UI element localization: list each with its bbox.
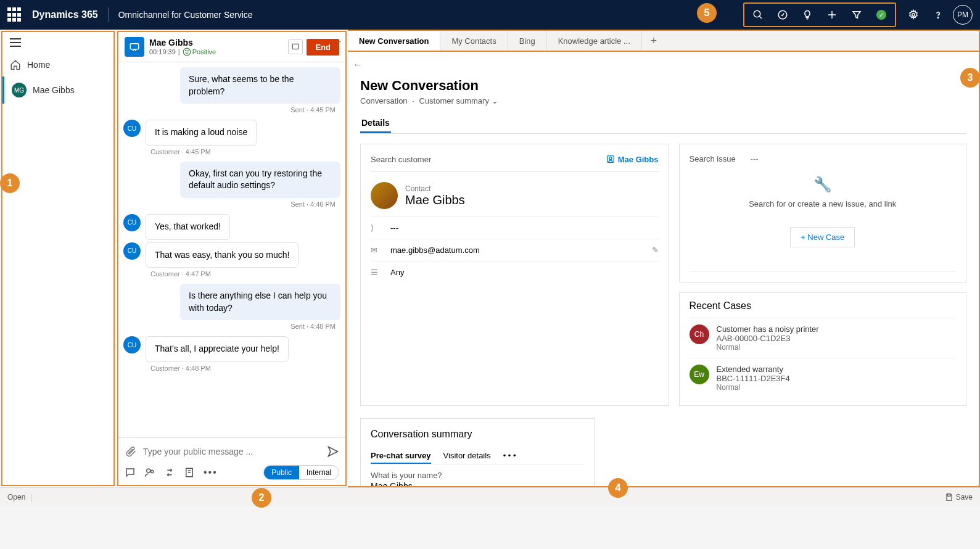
svg-rect-12 xyxy=(293,44,299,49)
notes-icon[interactable] xyxy=(184,467,195,478)
callout-3: 3 xyxy=(960,68,980,88)
case-badge: Ch xyxy=(690,324,709,344)
svg-point-5 xyxy=(912,14,915,17)
conversation-summary-title: Conversation summary xyxy=(371,429,584,440)
message-out: Okay, first can you try restoring the de… xyxy=(180,162,340,198)
email-icon: ✉ xyxy=(371,246,382,255)
contact-icon xyxy=(606,154,616,164)
new-case-button[interactable]: + New Case xyxy=(790,227,855,247)
callout-2: 2 xyxy=(252,488,271,508)
session-avatar: MG xyxy=(12,83,27,97)
session-name: Mae Gibbs xyxy=(33,85,75,95)
case-row[interactable]: Ew Extended warranty BBC-11111-D2E3F4 No… xyxy=(690,358,957,398)
task-icon[interactable] xyxy=(773,5,793,25)
email-value: mae.gibbs@adatum.com xyxy=(390,246,643,255)
section-tab-details[interactable]: Details xyxy=(360,114,391,133)
add-icon[interactable] xyxy=(822,5,842,25)
consult-icon[interactable] xyxy=(144,467,155,478)
message-list[interactable]: Sure, what seems to be the problem? Sent… xyxy=(118,62,345,437)
svg-point-10 xyxy=(185,51,186,51)
smile-icon xyxy=(183,47,191,56)
settings-icon[interactable] xyxy=(904,5,923,25)
attachment-icon[interactable] xyxy=(125,445,137,458)
message-meta: Customer · 4:48 PM xyxy=(150,365,336,372)
breadcrumb[interactable]: Conversation · Customer summary ⌄ xyxy=(360,96,966,105)
filter-icon[interactable] xyxy=(847,5,867,25)
issue-card: Search issue --- 🔧 Search for or create … xyxy=(679,144,967,283)
tab-bing[interactable]: Bing xyxy=(508,31,547,51)
tab-prechat-survey[interactable]: Pre-chat survey xyxy=(371,448,431,464)
form-content: ← New Conversation Conversation · Custom… xyxy=(348,52,980,487)
hamburger-icon[interactable] xyxy=(2,32,113,53)
search-customer-label: Search customer xyxy=(371,155,431,164)
add-tab-icon[interactable]: + xyxy=(642,35,666,47)
customer-link[interactable]: Mae Gibbs xyxy=(606,154,659,164)
lightbulb-icon[interactable] xyxy=(797,5,817,25)
user-avatar[interactable]: PM xyxy=(953,5,973,25)
app-tabs: New Conversation My Contacts Bing Knowle… xyxy=(348,30,980,52)
home-icon xyxy=(10,59,21,70)
quick-reply-icon[interactable] xyxy=(125,467,136,478)
save-icon xyxy=(945,493,953,502)
customer-avatar: CU xyxy=(123,120,141,137)
brand-label: Dynamics 365 xyxy=(32,9,98,20)
svg-point-9 xyxy=(183,48,191,56)
svg-rect-20 xyxy=(947,493,950,496)
tab-knowledge-article[interactable]: Knowledge article ... xyxy=(547,31,642,51)
svg-point-14 xyxy=(151,470,154,473)
page-title: New Conversation xyxy=(360,78,966,94)
search-icon[interactable] xyxy=(748,5,768,25)
pill-public[interactable]: Public xyxy=(264,466,299,479)
callout-4: 4 xyxy=(608,478,628,498)
more-icon[interactable]: • • • xyxy=(503,448,516,464)
svg-point-13 xyxy=(147,469,150,473)
edit-email-icon[interactable]: ✎ xyxy=(652,246,659,255)
message-meta: Customer · 4:45 PM xyxy=(150,148,336,155)
message-out: Is there anything else I can help you wi… xyxy=(180,284,340,320)
back-icon[interactable]: ← xyxy=(353,59,363,70)
more-icon[interactable]: ••• xyxy=(204,467,218,478)
message-meta: Sent · 4:48 PM xyxy=(128,323,336,330)
tab-my-contacts[interactable]: My Contacts xyxy=(440,31,508,51)
sentiment-indicator: Positive xyxy=(183,47,216,56)
sidebar-home[interactable]: Home xyxy=(2,53,113,76)
sidebar-session[interactable]: MG Mae Gibbs xyxy=(2,76,113,104)
popout-icon[interactable] xyxy=(288,39,303,54)
customer-avatar: CU xyxy=(123,336,141,353)
preference-icon: ☰ xyxy=(371,268,382,277)
minimize-icon[interactable]: — xyxy=(329,35,340,47)
send-icon[interactable] xyxy=(327,445,339,458)
conversation-panel: — Mae Gibbs 00:19:39 | Positive End xyxy=(117,31,347,486)
save-button[interactable]: Save xyxy=(945,493,973,502)
contact-avatar xyxy=(371,182,398,209)
top-nav-bar: Dynamics 365 Omnichannel for Customer Se… xyxy=(0,0,980,30)
sidebar-home-label: Home xyxy=(27,60,50,70)
message-meta: Sent · 4:45 PM xyxy=(128,106,336,114)
wrench-icon: 🔧 xyxy=(690,176,957,193)
tab-new-conversation[interactable]: New Conversation xyxy=(348,31,440,51)
status-bar: Open | Save xyxy=(0,487,980,506)
tab-visitor-details[interactable]: Visitor details xyxy=(443,448,491,464)
survey-answer: Mae Gibbs xyxy=(371,481,584,487)
conversation-customer-name: Mae Gibbs xyxy=(149,38,216,47)
presence-indicator[interactable] xyxy=(871,5,891,25)
svg-rect-8 xyxy=(130,44,139,49)
divider xyxy=(108,7,109,22)
help-icon[interactable] xyxy=(928,5,948,25)
customer-card: Search customer Mae Gibbs Contact M xyxy=(360,144,669,406)
survey-question: What is your name? xyxy=(371,471,584,480)
session-sidebar: Home MG Mae Gibbs xyxy=(1,31,115,486)
status-open[interactable]: Open xyxy=(7,493,25,502)
svg-line-1 xyxy=(759,16,762,19)
contact-type-label: Contact xyxy=(405,184,465,193)
channel-toggle[interactable]: Public Internal xyxy=(263,465,339,480)
transfer-icon[interactable] xyxy=(164,467,175,478)
message-meta: Sent · 4:46 PM xyxy=(128,200,336,208)
search-issue-label: Search issue xyxy=(690,154,736,163)
case-row[interactable]: Ch Customer has a noisy printer AAB-0000… xyxy=(690,318,957,358)
app-launcher-icon[interactable] xyxy=(7,7,22,22)
svg-point-7 xyxy=(937,17,939,19)
case-badge: Ew xyxy=(690,365,709,384)
message-input[interactable] xyxy=(143,443,321,460)
pill-internal[interactable]: Internal xyxy=(299,466,339,479)
